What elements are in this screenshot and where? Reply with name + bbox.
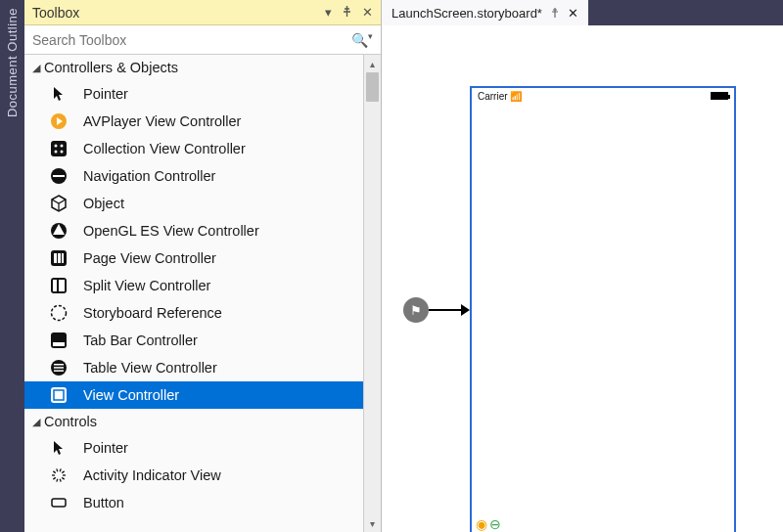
splitview-icon bbox=[48, 275, 69, 296]
close-icon[interactable]: ✕ bbox=[362, 5, 373, 20]
tableview-icon bbox=[48, 357, 69, 378]
storyref-icon bbox=[48, 302, 69, 324]
toolbox-title: Toolbox bbox=[32, 5, 325, 21]
toolbox-item[interactable]: Tab Bar Controller bbox=[24, 327, 363, 354]
svg-rect-1 bbox=[51, 141, 67, 156]
toolbox-item-label: OpenGL ES View Controller bbox=[83, 223, 259, 239]
button-icon bbox=[48, 492, 69, 513]
scroll-down-icon[interactable]: ▾ bbox=[364, 514, 381, 532]
toolbox-item[interactable]: Pointer bbox=[24, 80, 363, 108]
scene-footer-icons: ◉ ⊖ bbox=[472, 514, 501, 532]
svg-rect-22 bbox=[54, 370, 64, 372]
toolbox-item[interactable]: Activity Indicator View bbox=[24, 462, 363, 489]
toolbox-item[interactable]: Storyboard Reference bbox=[24, 299, 363, 327]
toolbox-item[interactable]: Table View Controller bbox=[24, 354, 363, 381]
svg-rect-11 bbox=[58, 253, 61, 263]
pointer-icon bbox=[48, 437, 69, 459]
svg-point-16 bbox=[52, 306, 67, 321]
exit-icon: ⊖ bbox=[489, 516, 501, 532]
toolbox-panel: Toolbox ▾ ✕ 🔍▾ ◢Controllers & ObjectsPoi… bbox=[24, 0, 382, 532]
svg-line-26 bbox=[62, 477, 64, 479]
tabbar-icon bbox=[48, 330, 69, 351]
svg-line-27 bbox=[60, 479, 61, 482]
scroll-up-icon[interactable]: ▴ bbox=[364, 55, 381, 72]
toolbox-item[interactable]: AVPlayer View Controller bbox=[24, 108, 363, 135]
viewctrl-icon bbox=[48, 384, 69, 406]
toolbox-item-label: Navigation Controller bbox=[83, 168, 215, 184]
svg-rect-10 bbox=[54, 253, 57, 263]
toolbox-item[interactable]: OpenGL ES View Controller bbox=[24, 217, 363, 244]
battery-icon bbox=[711, 92, 728, 100]
toolbox-item[interactable]: View Controller bbox=[24, 381, 363, 409]
toolbox-item-label: Page View Controller bbox=[83, 250, 216, 266]
toolbox-item[interactable]: Pointer bbox=[24, 434, 363, 462]
svg-line-32 bbox=[57, 468, 58, 471]
carrier-label: Carrier bbox=[478, 91, 508, 102]
toolbox-item-label: Activity Indicator View bbox=[83, 467, 221, 483]
svg-point-5 bbox=[61, 151, 64, 154]
pin-icon[interactable] bbox=[550, 6, 560, 21]
expand-icon: ◢ bbox=[32, 62, 44, 74]
document-tabs: LaunchScreen.storyboard* ✕ bbox=[382, 0, 783, 25]
close-icon[interactable]: ✕ bbox=[568, 6, 578, 21]
dropdown-icon[interactable]: ▾ bbox=[325, 5, 332, 20]
svg-rect-18 bbox=[53, 342, 65, 346]
toolbox-item-label: AVPlayer View Controller bbox=[83, 113, 241, 129]
design-canvas[interactable]: ⚑ Carrier 📶 ◉ ⊖ bbox=[382, 25, 783, 532]
svg-line-34 bbox=[62, 471, 64, 473]
svg-rect-20 bbox=[54, 364, 64, 366]
toolbox-item[interactable]: Navigation Controller bbox=[24, 162, 363, 190]
document-outline-label: Document Outline bbox=[5, 8, 20, 117]
svg-point-2 bbox=[55, 145, 58, 148]
svg-rect-14 bbox=[53, 280, 57, 291]
designer-panel: LaunchScreen.storyboard* ✕ ⚑ Carrier 📶 ◉… bbox=[382, 0, 783, 532]
toolbox-scrollbar[interactable]: ▴ ▾ bbox=[363, 55, 381, 532]
toolbox-item-label: Split View Controller bbox=[83, 278, 210, 293]
entry-point-icon: ⚑ bbox=[403, 297, 429, 323]
tab-launchscreen[interactable]: LaunchScreen.storyboard* ✕ bbox=[382, 0, 588, 25]
toolbox-item[interactable]: Page View Controller bbox=[24, 244, 363, 272]
toolbox-item-label: Pointer bbox=[83, 440, 128, 456]
toolbox-item-label: Tab Bar Controller bbox=[83, 332, 198, 348]
pin-icon[interactable] bbox=[342, 5, 352, 20]
svg-point-3 bbox=[61, 145, 64, 148]
pointer-icon bbox=[48, 83, 69, 105]
document-outline-tab[interactable]: Document Outline bbox=[0, 0, 24, 532]
entry-point-arrow[interactable]: ⚑ bbox=[403, 297, 470, 323]
collection-icon bbox=[48, 138, 69, 159]
expand-icon: ◢ bbox=[32, 416, 44, 428]
toolbox-header: Toolbox ▾ ✕ bbox=[24, 0, 381, 25]
toolbox-item-label: Pointer bbox=[83, 86, 128, 102]
first-responder-icon: ◉ bbox=[476, 516, 487, 532]
toolbox-item-label: Table View Controller bbox=[83, 360, 217, 376]
pageview-icon bbox=[48, 247, 69, 269]
toolbox-item-label: Button bbox=[83, 495, 124, 510]
toolbox-item[interactable]: Collection View Controller bbox=[24, 135, 363, 162]
toolbox-item-label: Storyboard Reference bbox=[83, 305, 222, 321]
group-header[interactable]: ◢Controllers & Objects bbox=[24, 55, 363, 80]
toolbox-item-label: Collection View Controller bbox=[83, 141, 246, 156]
navigation-icon bbox=[48, 165, 69, 187]
svg-rect-7 bbox=[53, 175, 65, 177]
toolbox-item[interactable]: Object bbox=[24, 190, 363, 217]
search-input[interactable] bbox=[32, 32, 351, 48]
tab-label: LaunchScreen.storyboard* bbox=[392, 6, 542, 21]
toolbox-item[interactable]: Split View Controller bbox=[24, 272, 363, 299]
svg-rect-15 bbox=[59, 280, 65, 291]
scroll-thumb[interactable] bbox=[366, 72, 379, 102]
activity-icon bbox=[48, 465, 69, 486]
search-icon[interactable]: 🔍▾ bbox=[351, 31, 373, 48]
view-controller-scene[interactable]: Carrier 📶 ◉ ⊖ bbox=[470, 86, 736, 532]
toolbox-item-label: Object bbox=[83, 196, 124, 211]
toolbox-item-label: View Controller bbox=[83, 387, 179, 403]
svg-line-31 bbox=[53, 471, 55, 473]
group-label: Controllers & Objects bbox=[44, 60, 178, 75]
svg-rect-21 bbox=[54, 367, 64, 369]
scroll-track[interactable] bbox=[364, 72, 381, 514]
avplayer-icon bbox=[48, 111, 69, 132]
toolbox-item[interactable]: Button bbox=[24, 489, 363, 516]
object-icon bbox=[48, 193, 69, 214]
group-header[interactable]: ◢Controls bbox=[24, 409, 363, 434]
svg-line-33 bbox=[60, 468, 61, 471]
wifi-icon: 📶 bbox=[510, 91, 522, 102]
